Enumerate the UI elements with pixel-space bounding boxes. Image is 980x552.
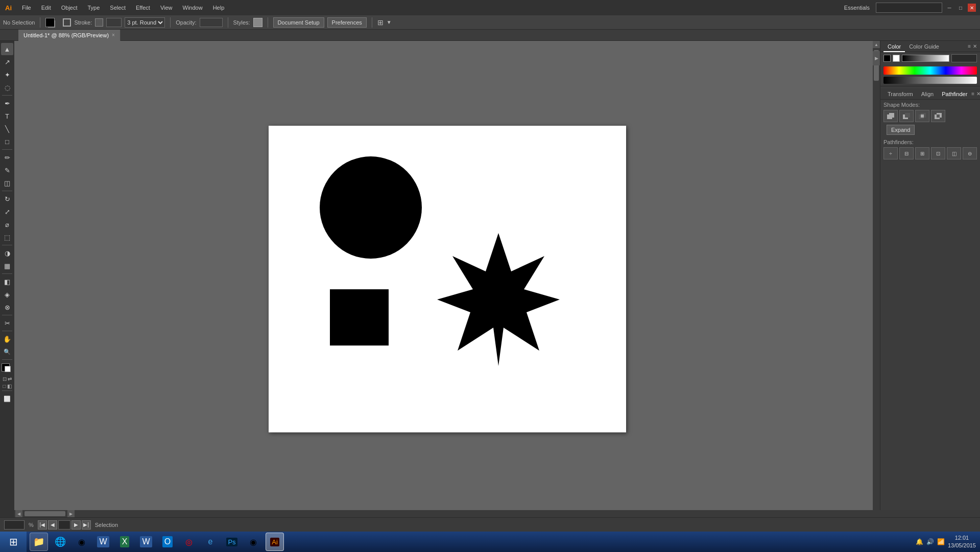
taskbar-photoshop-icon[interactable]: Ps bbox=[223, 533, 241, 551]
rotate-tool-btn[interactable]: ↻ bbox=[1, 193, 13, 205]
graph-tool-btn[interactable]: ▦ bbox=[1, 260, 13, 272]
taskbar-chrome2-icon[interactable]: ◉ bbox=[244, 533, 262, 551]
taskbar-opera-icon[interactable]: ◎ bbox=[180, 533, 198, 551]
warp-tool-btn[interactable]: ⌀ bbox=[1, 218, 13, 231]
default-colors-icon[interactable]: ⊡ bbox=[3, 376, 7, 382]
menu-window[interactable]: Window bbox=[178, 0, 208, 15]
color-panel-close-icon[interactable]: ✕ bbox=[973, 43, 977, 49]
essentials-label[interactable]: Essentials bbox=[841, 5, 873, 11]
pathfinder-panel-menu-icon[interactable]: ≡ bbox=[971, 91, 974, 97]
scrollbar-right-btn[interactable]: ▶ bbox=[67, 510, 75, 517]
stroke-style-select[interactable]: 3 pt. Round 1 pt. 2 pt. bbox=[125, 17, 165, 28]
taskbar-magicword-icon[interactable]: W bbox=[94, 533, 112, 551]
color-tab[interactable]: Color bbox=[883, 41, 905, 52]
page-input[interactable]: 1 bbox=[58, 520, 70, 530]
color-hue-bar[interactable] bbox=[883, 66, 977, 75]
taskbar-explorer-icon[interactable]: 📁 bbox=[30, 533, 48, 551]
close-button[interactable]: ✕ bbox=[968, 4, 976, 12]
normal-mode-icon[interactable]: □ bbox=[3, 383, 6, 389]
tab-close-button[interactable]: × bbox=[112, 30, 115, 41]
color-panel-header[interactable]: Color Color Guide ≡ ✕ bbox=[880, 41, 980, 52]
line-tool-btn[interactable]: ╲ bbox=[1, 123, 13, 135]
horizontal-scrollbar[interactable]: ◀ ▶ bbox=[14, 510, 980, 517]
menu-edit[interactable]: Edit bbox=[36, 0, 56, 15]
document-tab[interactable]: Untitled-1* @ 88% (RGB/Preview) × bbox=[18, 30, 121, 41]
merge-btn[interactable]: ⊞ bbox=[915, 147, 929, 159]
unite-btn[interactable] bbox=[883, 110, 898, 122]
opacity-input[interactable]: 100% bbox=[200, 18, 223, 27]
magic-wand-tool-btn[interactable]: ✦ bbox=[1, 68, 13, 81]
align-dropdown-icon[interactable]: ▼ bbox=[387, 19, 392, 25]
minus-front-btn[interactable] bbox=[899, 110, 914, 122]
minimize-button[interactable]: ─ bbox=[945, 4, 953, 12]
scale-tool-btn[interactable]: ⤢ bbox=[1, 205, 13, 218]
exclude-btn[interactable] bbox=[931, 110, 945, 122]
crop-btn[interactable]: ⊡ bbox=[931, 147, 945, 159]
taskbar-ie-icon[interactable]: 🌐 bbox=[51, 533, 69, 551]
menu-object[interactable]: Object bbox=[56, 0, 83, 15]
panel-expand-btn[interactable]: ▶ bbox=[873, 51, 880, 65]
start-button[interactable]: ⊞ bbox=[0, 532, 27, 552]
tray-volume-icon[interactable]: 🔊 bbox=[926, 538, 934, 545]
change-screen-mode-btn[interactable]: ⬜ bbox=[1, 393, 13, 405]
black-color-swatch[interactable] bbox=[883, 55, 891, 62]
scrollbar-left-btn[interactable]: ◀ bbox=[15, 510, 22, 517]
tray-clock[interactable]: 12:01 13/05/2015 bbox=[948, 534, 976, 550]
free-transform-btn[interactable]: ⬚ bbox=[1, 231, 13, 243]
next-page-btn[interactable]: ▶ bbox=[71, 520, 81, 530]
pathfinder-tab[interactable]: Pathfinder bbox=[938, 88, 971, 100]
fill-color-swatch[interactable] bbox=[45, 18, 55, 27]
intersect-btn[interactable] bbox=[915, 110, 929, 122]
prev-page-btn[interactable]: ◀ bbox=[48, 520, 57, 530]
menu-file[interactable]: File bbox=[17, 0, 36, 15]
color-panel-menu-icon[interactable]: ≡ bbox=[968, 43, 971, 49]
tray-network-icon[interactable]: 📶 bbox=[937, 538, 945, 545]
outline-btn[interactable]: ◫ bbox=[947, 147, 961, 159]
color-brightness-bar[interactable] bbox=[883, 77, 977, 84]
trim-btn[interactable]: ⊟ bbox=[899, 147, 914, 159]
taskbar-edge-icon[interactable]: e bbox=[201, 533, 220, 551]
eyedropper-tool-btn[interactable]: ◈ bbox=[1, 288, 13, 301]
shape-tool-btn[interactable]: □ bbox=[1, 135, 13, 148]
vertical-scrollbar[interactable]: ▲ ▼ bbox=[873, 41, 880, 517]
toolbar-fill-swatch[interactable] bbox=[2, 363, 13, 375]
minus-back-btn[interactable]: ⊖ bbox=[963, 147, 977, 159]
canvas-area[interactable]: ▲ ▼ bbox=[14, 41, 880, 517]
pen-tool-btn[interactable]: ✒ bbox=[1, 97, 13, 109]
expand-button[interactable]: Expand bbox=[887, 125, 915, 135]
document-setup-button[interactable]: Document Setup bbox=[273, 17, 324, 28]
menu-view[interactable]: View bbox=[155, 0, 178, 15]
transform-tab[interactable]: Transform bbox=[883, 88, 917, 100]
taskbar-word-icon[interactable]: W bbox=[137, 533, 155, 551]
shape-builder-btn[interactable]: ◑ bbox=[1, 247, 13, 259]
hex-color-input[interactable]: FFFFFF bbox=[951, 54, 977, 62]
scrollbar-thumb-h[interactable] bbox=[25, 511, 65, 516]
fill-swatch[interactable] bbox=[45, 18, 55, 27]
align-tab[interactable]: Align bbox=[917, 88, 938, 100]
pencil-tool-btn[interactable]: ✎ bbox=[1, 164, 13, 176]
gradient-tool-btn[interactable]: ◧ bbox=[1, 275, 13, 288]
selection-tool-btn[interactable]: ▲ bbox=[1, 43, 13, 55]
swap-colors-icon[interactable]: ⇄ bbox=[8, 376, 12, 382]
pathfinder-panel-close-icon[interactable]: ✕ bbox=[976, 91, 980, 97]
maximize-button[interactable]: □ bbox=[957, 4, 965, 12]
preferences-button[interactable]: Preferences bbox=[327, 17, 367, 28]
styles-swatch[interactable] bbox=[253, 18, 262, 27]
color-guide-tab[interactable]: Color Guide bbox=[905, 41, 943, 52]
color-spectrum-bar[interactable] bbox=[902, 55, 949, 62]
zoom-tool-btn[interactable]: 🔍 bbox=[1, 346, 13, 358]
hand-tool-btn[interactable]: ✋ bbox=[1, 333, 13, 345]
last-page-btn[interactable]: ▶| bbox=[82, 520, 91, 530]
gradient-mode-icon[interactable]: ◧ bbox=[7, 383, 12, 389]
square-shape[interactable] bbox=[330, 289, 389, 346]
first-page-btn[interactable]: |◀ bbox=[38, 520, 47, 530]
eraser-tool-btn[interactable]: ◫ bbox=[1, 177, 13, 189]
align-icon[interactable]: ⊞ bbox=[377, 18, 384, 27]
lasso-tool-btn[interactable]: ◌ bbox=[1, 81, 13, 94]
tray-notification-icon[interactable]: 🔔 bbox=[916, 538, 923, 545]
scissors-tool-btn[interactable]: ✂ bbox=[1, 317, 13, 329]
pathfinder-panel-header[interactable]: Transform Align Pathfinder ≡ ✕ bbox=[880, 88, 980, 100]
circle-shape[interactable] bbox=[320, 156, 422, 259]
blend-tool-btn[interactable]: ⊗ bbox=[1, 301, 13, 313]
menu-effect[interactable]: Effect bbox=[131, 0, 155, 15]
